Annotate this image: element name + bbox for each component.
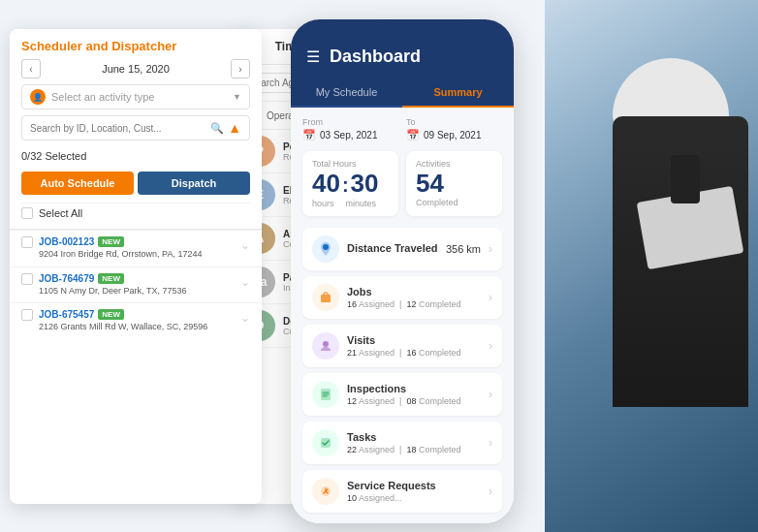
new-badge: NEW	[98, 309, 124, 320]
activity-details: Service Requests 10 Assigned...	[347, 480, 481, 503]
job-id: JOB-764679	[39, 273, 94, 284]
scheduler-header: Scheduler and Dispatcher ‹ June 15, 2020…	[10, 29, 262, 230]
job-expand-icon[interactable]: ⌄	[240, 311, 250, 325]
activity-details: Visits 21 Assigned | 16 Completed	[347, 334, 481, 358]
activity-name: Service Requests	[347, 480, 481, 491]
job-id: JOB-675457	[39, 309, 94, 320]
job-id: JOB-002123	[39, 236, 94, 247]
chevron-right-icon: ›	[489, 339, 492, 353]
activity-list: Distance Traveled 356 km › Jobs	[302, 228, 502, 513]
activity-details: Jobs 16 Assigned | 12 Completed	[347, 286, 481, 309]
phone-title: Dashboard	[330, 47, 421, 67]
activities-unit: Completed	[416, 198, 492, 207]
activity-stats: 21 Assigned | 16 Completed	[347, 348, 481, 358]
dropdown-arrow-icon: ▼	[233, 92, 241, 102]
visits-icon	[312, 332, 339, 360]
inspections-icon	[312, 381, 339, 408]
activity-stats: 16 Assigned | 12 Completed	[347, 299, 481, 309]
tab-my-schedule[interactable]: My Schedule	[291, 78, 402, 106]
location-icon	[312, 235, 339, 263]
jobs-icon	[312, 284, 339, 311]
select-all-row[interactable]: Select All	[21, 203, 250, 223]
scheduler-panel: Scheduler and Dispatcher ‹ June 15, 2020…	[10, 29, 262, 504]
activity-item-jobs[interactable]: Jobs 16 Assigned | 12 Completed ›	[302, 276, 502, 319]
phone-header: ☰ Dashboard	[291, 19, 514, 78]
dispatch-button[interactable]: Dispatch	[138, 172, 250, 195]
activity-item-distance[interactable]: Distance Traveled 356 km ›	[302, 228, 502, 270]
activity-item-tasks[interactable]: Tasks 22 Assigned | 18 Completed ›	[302, 422, 502, 464]
job-checkbox[interactable]	[21, 309, 33, 321]
new-badge: NEW	[98, 273, 124, 284]
activities-label: Activities	[416, 159, 492, 169]
hours-unit-row: hours minutes	[312, 197, 389, 208]
activity-name: Tasks	[347, 431, 481, 443]
phone-tabs: My Schedule Summary	[291, 78, 514, 108]
tasks-icon	[312, 429, 339, 456]
date-to: To 📅 09 Sep, 2021	[406, 117, 502, 141]
activity-name: Visits	[347, 334, 481, 346]
total-hours-card: Total Hours 40 : 30 hours minutes	[302, 151, 398, 216]
calendar-icon: 📅	[302, 129, 316, 141]
chevron-right-icon: ›	[489, 291, 492, 304]
auto-schedule-button[interactable]: Auto Schedule	[21, 172, 134, 195]
activity-stats: 22 Assigned | 18 Completed	[347, 445, 481, 454]
hours-colon: :	[342, 174, 349, 197]
date-range-row: From 📅 03 Sep, 2021 To 📅 09 Sep, 2021	[302, 117, 502, 141]
service-requests-icon	[312, 478, 339, 505]
minutes-value: 30	[351, 171, 379, 196]
job-expand-icon[interactable]: ⌄	[240, 275, 250, 289]
next-date-button[interactable]: ›	[231, 59, 250, 78]
select-all-label: Select All	[39, 207, 82, 219]
svg-rect-1	[321, 295, 331, 302]
job-address: 1105 N Amy Dr, Deer Park, TX, 77536	[39, 286, 235, 297]
new-badge: NEW	[98, 236, 124, 247]
hamburger-icon[interactable]: ☰	[306, 47, 320, 66]
action-buttons: Auto Schedule Dispatch	[21, 172, 250, 195]
job-item-content: JOB-675457 NEW 2126 Grants Mill Rd W, Wa…	[39, 309, 235, 333]
calendar-icon: 📅	[406, 129, 420, 141]
search-icon: 🔍	[210, 122, 224, 135]
date-navigation: ‹ June 15, 2020 ›	[21, 59, 250, 78]
background-photo	[545, 0, 758, 532]
svg-point-2	[323, 341, 329, 347]
stats-row: Total Hours 40 : 30 hours minutes Activi…	[302, 151, 502, 216]
job-address: 9204 Iron Bridge Rd, Orrstown, PA, 17244	[39, 249, 235, 261]
activity-name: Inspections	[347, 383, 481, 394]
chevron-right-icon: ›	[489, 242, 492, 256]
search-input[interactable]	[30, 123, 206, 134]
distance-value: 356 km	[446, 243, 481, 255]
phone-mockup: ☰ Dashboard My Schedule Summary From 📅 0…	[291, 19, 514, 523]
job-item[interactable]: JOB-675457 NEW 2126 Grants Mill Rd W, Wa…	[10, 302, 262, 339]
activity-name: Jobs	[347, 286, 481, 297]
scheduler-title: Scheduler and Dispatcher	[21, 39, 250, 53]
date-from-value: 📅 03 Sep, 2021	[302, 129, 398, 141]
date-from-label: From	[302, 117, 398, 127]
hours-value-row: 40 : 30	[312, 171, 389, 197]
date-to-label: To	[406, 117, 502, 127]
job-item-content: JOB-764679 NEW 1105 N Amy Dr, Deer Park,…	[39, 273, 235, 297]
search-bar: 🔍 ▲	[21, 115, 250, 141]
phone-screen: ☰ Dashboard My Schedule Summary From 📅 0…	[291, 19, 514, 523]
date-from-text: 03 Sep, 2021	[320, 130, 378, 141]
job-list: JOB-002123 NEW 9204 Iron Bridge Rd, Orrs…	[10, 230, 262, 339]
select-all-checkbox[interactable]	[21, 207, 33, 219]
date-from: From 📅 03 Sep, 2021	[302, 117, 398, 141]
activity-stats: 12 Assigned | 08 Completed	[347, 396, 481, 406]
activity-name: Distance Traveled	[347, 242, 438, 254]
activity-details: Distance Traveled	[347, 242, 438, 256]
activity-item-service-requests[interactable]: Service Requests 10 Assigned... ›	[302, 470, 502, 513]
total-hours-label: Total Hours	[312, 159, 389, 169]
job-checkbox[interactable]	[21, 236, 33, 248]
activity-item-visits[interactable]: Visits 21 Assigned | 16 Completed ›	[302, 325, 502, 367]
job-item[interactable]: JOB-002123 NEW 9204 Iron Bridge Rd, Orrs…	[10, 230, 262, 266]
job-checkbox[interactable]	[21, 273, 33, 285]
activity-item-inspections[interactable]: Inspections 12 Assigned | 08 Completed ›	[302, 373, 502, 416]
activity-details: Tasks 22 Assigned | 18 Completed	[347, 431, 481, 454]
tab-summary[interactable]: Summary	[402, 78, 514, 106]
filter-icon[interactable]: ▲	[228, 120, 241, 136]
activity-type-select[interactable]: 👤 Select an activity type ▼	[21, 84, 250, 110]
job-item[interactable]: JOB-764679 NEW 1105 N Amy Dr, Deer Park,…	[10, 266, 262, 303]
prev-date-button[interactable]: ‹	[21, 59, 41, 78]
job-expand-icon[interactable]: ⌄	[240, 238, 250, 252]
activity-select-text: Select an activity type	[51, 91, 233, 103]
